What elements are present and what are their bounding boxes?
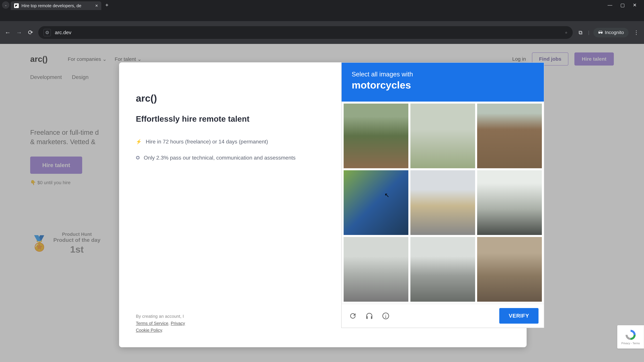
signup-title: Effortlessly hire remote talent xyxy=(136,114,306,124)
audio-challenge-button[interactable] xyxy=(364,310,375,322)
incognito-label: Incognito xyxy=(605,30,624,35)
url-text: arc.dev xyxy=(55,30,561,35)
new-tab-button[interactable]: + xyxy=(105,2,108,8)
captcha-tile[interactable] xyxy=(410,104,475,168)
recaptcha-header: Select all images with motorcycles xyxy=(342,63,544,102)
recaptcha-logo-icon xyxy=(624,329,636,341)
page-content: arc() For companies ⌄ For talent ⌄ Log i… xyxy=(0,44,644,362)
info-button[interactable] xyxy=(380,310,392,322)
minimize-icon[interactable]: — xyxy=(608,2,612,8)
forward-button[interactable]: → xyxy=(16,29,23,36)
privacy-link[interactable]: Privacy xyxy=(171,321,185,326)
browser-chrome: ⌄ ◤ Hire top remote developers, de × + —… xyxy=(0,0,644,21)
browser-toolbar: ← → ⟳ ⚙ arc.dev ☆ ⧉ | 🕶 Incognito ⋮ xyxy=(0,21,644,44)
captcha-tile[interactable] xyxy=(344,170,408,235)
recaptcha-footer: VERIFY xyxy=(342,304,544,328)
captcha-tile[interactable] xyxy=(477,237,542,302)
back-button[interactable]: ← xyxy=(4,29,12,36)
lightning-icon: ⚡ xyxy=(136,138,142,146)
reload-button[interactable]: ⟳ xyxy=(27,29,34,36)
tab-close-icon[interactable]: × xyxy=(95,3,98,8)
signup-left-panel: arc() Effortlessly hire remote talent ⚡ … xyxy=(119,62,323,347)
chevron-down-icon: ⌄ xyxy=(5,3,7,7)
close-window-icon[interactable]: ✕ xyxy=(633,2,636,8)
recaptcha-instruction: Select all images with xyxy=(352,71,534,78)
recaptcha-target: motorcycles xyxy=(352,79,534,91)
feature-item: ✪ Only 2.3% pass our technical, communic… xyxy=(136,154,306,162)
maximize-icon[interactable]: ▢ xyxy=(620,2,625,8)
tab-title: Hire top remote developers, de xyxy=(22,3,92,8)
captcha-image-grid xyxy=(342,102,544,304)
tab-favicon: ◤ xyxy=(14,3,19,8)
feature-list: ⚡ Hire in 72 hours (freelance) or 14 day… xyxy=(136,138,306,162)
badge-icon: ✪ xyxy=(136,154,140,162)
tab-bar: ⌄ ◤ Hire top remote developers, de × + —… xyxy=(0,0,644,10)
terms-link[interactable]: Terms of Service xyxy=(136,321,168,326)
site-settings-icon[interactable]: ⚙ xyxy=(44,29,51,36)
headphones-icon xyxy=(365,312,373,320)
address-bar[interactable]: ⚙ arc.dev ☆ xyxy=(38,26,573,39)
captcha-tile[interactable] xyxy=(477,170,542,235)
incognito-badge[interactable]: 🕶 Incognito xyxy=(593,28,628,37)
extensions-icon[interactable]: ⧉ xyxy=(577,29,584,36)
recaptcha-challenge: Select all images with motorcycles xyxy=(341,62,544,328)
window-controls: — ▢ ✕ xyxy=(608,2,642,8)
info-icon xyxy=(382,312,390,320)
incognito-icon: 🕶 xyxy=(598,30,603,35)
captcha-tile[interactable] xyxy=(410,170,475,235)
bookmark-icon[interactable]: ☆ xyxy=(565,31,567,34)
browser-tab[interactable]: ◤ Hire top remote developers, de × xyxy=(11,1,101,10)
tab-search-dropdown[interactable]: ⌄ xyxy=(2,1,10,9)
cookie-link[interactable]: Cookie Policy xyxy=(136,328,162,333)
reload-challenge-button[interactable] xyxy=(347,310,359,322)
captcha-tile[interactable] xyxy=(344,104,408,168)
captcha-tile[interactable] xyxy=(477,104,542,168)
menu-icon[interactable]: ⋮ xyxy=(632,29,640,36)
signup-modal: arc() Effortlessly hire remote talent ⚡ … xyxy=(119,62,526,347)
captcha-tile[interactable] xyxy=(344,237,408,302)
verify-button[interactable]: VERIFY xyxy=(499,308,538,324)
reload-icon xyxy=(349,312,357,320)
feature-item: ⚡ Hire in 72 hours (freelance) or 14 day… xyxy=(136,138,306,146)
captcha-tile[interactable] xyxy=(410,237,475,302)
recaptcha-badge-text: Privacy - Terms xyxy=(621,342,640,345)
modal-logo: arc() xyxy=(136,92,306,104)
recaptcha-badge[interactable]: Privacy - Terms xyxy=(617,325,644,349)
terms-text: By creating an account, I Terms of Servi… xyxy=(136,313,185,334)
